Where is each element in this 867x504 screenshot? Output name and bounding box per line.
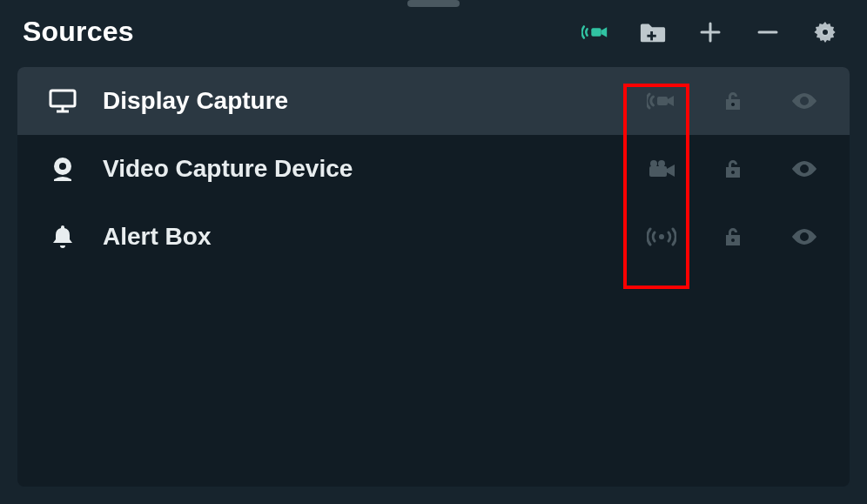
eye-icon[interactable] <box>783 148 825 190</box>
video-camera-icon[interactable] <box>641 148 682 190</box>
source-label: Video Capture Device <box>103 155 616 183</box>
stream-camera-icon[interactable] <box>641 80 682 122</box>
lock-open-icon[interactable] <box>712 216 754 258</box>
svg-point-18 <box>659 234 664 239</box>
folder-add-icon[interactable] <box>639 18 667 46</box>
source-label: Display Capture <box>103 87 616 115</box>
source-row-video-capture-device[interactable]: Video Capture Device <box>17 135 850 203</box>
svg-point-17 <box>731 171 735 174</box>
svg-rect-10 <box>657 97 668 105</box>
minus-icon[interactable] <box>754 18 782 46</box>
webcam-icon <box>47 153 78 185</box>
sources-list: Display Capture <box>17 67 850 487</box>
broadcast-icon[interactable] <box>641 216 682 258</box>
svg-rect-0 <box>591 28 601 36</box>
svg-point-13 <box>59 163 66 170</box>
source-row-display-capture[interactable]: Display Capture <box>17 67 850 135</box>
source-label: Alert Box <box>103 223 616 251</box>
stream-camera-icon[interactable] <box>581 18 609 46</box>
svg-point-6 <box>823 30 828 35</box>
svg-point-14 <box>650 160 657 167</box>
svg-point-11 <box>731 103 735 106</box>
svg-point-15 <box>658 160 665 167</box>
svg-rect-7 <box>50 91 75 106</box>
panel-header: Sources <box>0 0 867 58</box>
svg-rect-2 <box>647 34 655 37</box>
eye-icon[interactable] <box>783 80 825 122</box>
lock-open-icon[interactable] <box>712 80 754 122</box>
gear-icon[interactable] <box>811 18 839 46</box>
panel-title: Sources <box>23 16 134 48</box>
lock-open-icon[interactable] <box>712 148 754 190</box>
source-row-alert-box[interactable]: Alert Box <box>17 203 850 271</box>
svg-rect-16 <box>649 166 667 177</box>
eye-icon[interactable] <box>783 216 825 258</box>
svg-point-19 <box>731 239 735 242</box>
bell-icon <box>47 221 78 252</box>
sources-panel: Sources <box>0 0 867 504</box>
drag-handle[interactable] <box>407 0 460 7</box>
panel-toolbar <box>581 18 844 46</box>
monitor-icon <box>47 85 78 117</box>
plus-icon[interactable] <box>696 18 724 46</box>
